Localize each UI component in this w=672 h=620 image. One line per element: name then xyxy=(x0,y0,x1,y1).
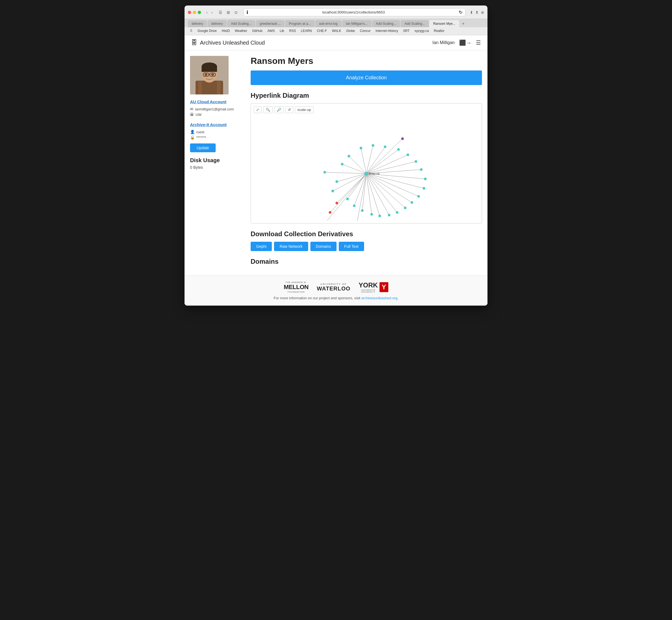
download-buttons: Gephi Raw Network Domains Full Text xyxy=(251,242,482,251)
tab-program[interactable]: Program at a... xyxy=(285,20,315,27)
svg-point-69 xyxy=(329,211,332,214)
full-text-button[interactable]: Full Text xyxy=(339,242,364,251)
svg-line-29 xyxy=(366,173,397,212)
bookmark-github[interactable]: GitHub xyxy=(250,29,265,33)
bookmark-syzygy[interactable]: syzygy.ca xyxy=(412,29,431,33)
share-button[interactable]: ⬆ xyxy=(475,10,479,14)
bookmark-learn[interactable]: LEARN xyxy=(298,29,314,33)
sidebar-password: 🔒 ******* xyxy=(190,135,245,140)
gephi-button[interactable]: Gephi xyxy=(251,242,272,251)
diagram-zoom-out-button[interactable]: 🔍 xyxy=(263,106,273,113)
download-button[interactable]: ⬇ xyxy=(470,10,473,14)
bookmark-globe[interactable]: Globe xyxy=(344,29,357,33)
svg-line-21 xyxy=(366,155,408,173)
tab-add-scaling-2[interactable]: Add Scaling... xyxy=(372,20,400,27)
svg-line-28 xyxy=(366,173,405,208)
app-content: 🗄 Archives Unleashed Cloud Ian Milligan … xyxy=(185,35,487,306)
tab-auk-error[interactable]: auk-error.log xyxy=(315,20,341,27)
sidebar-institution: 🏛 UW xyxy=(190,112,245,117)
svg-point-56 xyxy=(423,187,426,190)
svg-point-54 xyxy=(420,168,423,171)
diagram-expand-button[interactable]: ⤢ xyxy=(254,106,261,113)
new-tab-button[interactable]: ⊕ xyxy=(481,10,484,14)
institution-icon: 🏛 xyxy=(190,112,194,117)
tab-overview-button[interactable]: ⊞ xyxy=(225,10,231,15)
york-logo: YORK UNIVERSITÉUNIVERSITY Y xyxy=(358,281,388,293)
archive-it-account-link[interactable]: Archive-It Account xyxy=(190,122,245,127)
url-text: localhost:3000/users/1/collections/6653 xyxy=(250,10,457,14)
sidebar-divider-1 xyxy=(190,118,245,122)
tab-delivery-1[interactable]: delivery xyxy=(188,20,207,27)
tab-add-scaling-1[interactable]: Add Scaling... xyxy=(227,20,255,27)
york-text-block: YORK UNIVERSITÉUNIVERSITY xyxy=(358,281,378,293)
sidebar-password-text: ******* xyxy=(196,136,206,140)
svg-line-13 xyxy=(342,164,366,173)
tab-greebie[interactable]: greebie/auk:... xyxy=(256,20,285,27)
back-button[interactable]: ‹ xyxy=(205,10,209,15)
email-icon: ✉ xyxy=(190,107,193,111)
app-logo: 🗄 Archives Unleashed Cloud xyxy=(191,39,265,46)
svg-point-68 xyxy=(335,202,338,205)
analyze-collection-button[interactable]: Analyze Collection xyxy=(251,70,482,85)
bookmark-internet-history[interactable]: Internet-History xyxy=(373,29,400,33)
au-cloud-account-link[interactable]: AU Cloud Account xyxy=(190,99,245,104)
close-button[interactable] xyxy=(188,11,191,14)
svg-point-45 xyxy=(323,171,326,174)
url-bar[interactable]: ℹ localhost:3000/users/1/collections/665… xyxy=(243,8,466,16)
svg-rect-3 xyxy=(217,81,220,94)
svg-point-47 xyxy=(347,155,350,157)
hyperlink-diagram-container: ⤢ 🔍 🔎 ↺ scale-up fmap.ca xyxy=(251,103,482,223)
svg-point-60 xyxy=(396,211,398,214)
bookmark-google-drive[interactable]: Google Drive xyxy=(195,29,219,33)
svg-line-31 xyxy=(366,173,380,216)
svg-point-48 xyxy=(360,147,363,150)
diagram-zoom-in-button[interactable]: 🔎 xyxy=(274,106,284,113)
reader-view-button[interactable]: ☰ xyxy=(217,10,224,15)
logout-icon[interactable]: ⬛→ xyxy=(459,39,472,46)
svg-rect-7 xyxy=(202,66,217,72)
diagram-reset-button[interactable]: ↺ xyxy=(285,106,293,113)
svg-point-46 xyxy=(335,180,338,183)
new-tab-add-button[interactable]: + xyxy=(460,20,467,27)
raw-network-button[interactable]: Raw Network xyxy=(274,242,308,251)
sidebar-username: 👤 ruest xyxy=(190,130,245,134)
domains-title: Domains xyxy=(251,258,482,265)
bookmark-grid-icon[interactable]: ⠿ xyxy=(188,29,195,33)
refresh-icon[interactable]: ↻ xyxy=(459,10,463,15)
footer-link[interactable]: archivesunleashed.org. xyxy=(361,296,398,300)
main-content: Ransom Myers Analyze Collection Hyperlin… xyxy=(251,56,482,270)
bookmark-histd[interactable]: HistD xyxy=(220,29,232,33)
svg-point-52 xyxy=(406,153,409,156)
camera-button[interactable]: ⊙ xyxy=(233,10,239,15)
svg-point-63 xyxy=(371,213,373,216)
bookmark-weather[interactable]: Weather xyxy=(232,29,249,33)
domains-button[interactable]: Domains xyxy=(310,242,337,251)
diagram-scale-up-button[interactable]: scale-up xyxy=(295,106,314,113)
bookmark-concur[interactable]: Concur xyxy=(358,29,373,33)
footer-info-text: For more information on our project and … xyxy=(274,296,360,300)
menu-icon[interactable]: ☰ xyxy=(476,39,481,46)
bookmark-srt[interactable]: SRT xyxy=(401,29,412,33)
bookmark-walk[interactable]: WALK xyxy=(330,29,343,33)
bookmark-aws[interactable]: AWS xyxy=(265,29,277,33)
tab-add-scaling-3[interactable]: Add Scaling... xyxy=(401,20,429,27)
tab-ransom-myers[interactable]: Ransom Mye... xyxy=(429,20,460,27)
disk-usage-title: Disk Usage xyxy=(190,157,245,163)
svg-point-57 xyxy=(417,195,420,198)
tab-delivery-2[interactable]: delivery xyxy=(207,20,226,27)
bookmark-chef[interactable]: CHE-F xyxy=(315,29,329,33)
mellon-foundation-label: FOUNDATION xyxy=(288,291,304,293)
maximize-button[interactable] xyxy=(198,11,201,14)
bookmark-lib[interactable]: Lib xyxy=(278,29,286,33)
app-header: 🗄 Archives Unleashed Cloud Ian Milligan … xyxy=(185,35,487,50)
waterloo-logo: UNIVERSITY OF WATERLOO xyxy=(317,283,350,292)
svg-line-35 xyxy=(347,173,366,199)
svg-line-41 xyxy=(366,139,402,174)
minimize-button[interactable] xyxy=(193,11,196,14)
tab-ian-milligan[interactable]: Ian Milligan's... xyxy=(342,20,372,27)
forward-button[interactable]: › xyxy=(210,10,214,15)
svg-point-12 xyxy=(211,73,214,76)
bookmark-rss[interactable]: RSS xyxy=(287,29,298,33)
update-button[interactable]: Update xyxy=(190,144,215,152)
bookmark-realtor[interactable]: Realtor xyxy=(432,29,447,33)
